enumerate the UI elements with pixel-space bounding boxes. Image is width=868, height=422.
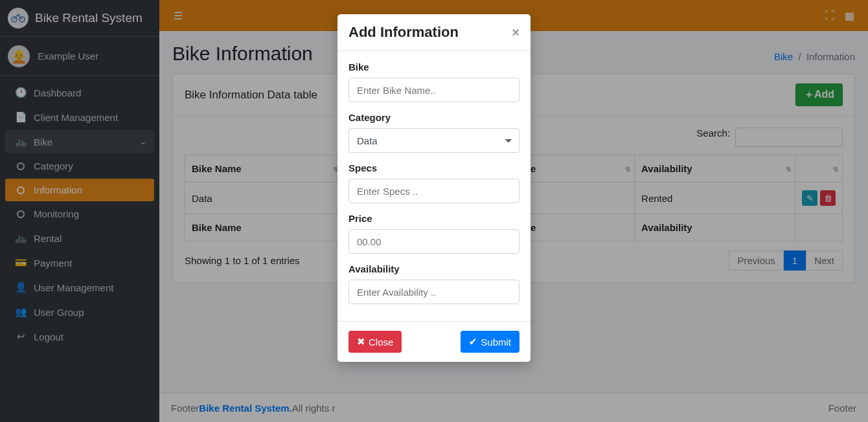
specs-input[interactable] bbox=[348, 179, 520, 203]
close-icon[interactable]: × bbox=[512, 25, 520, 40]
label-availability: Availability bbox=[348, 263, 520, 274]
close-button[interactable]: ✖Close bbox=[348, 331, 402, 353]
modal-footer: ✖Close ✔Submit bbox=[337, 321, 531, 362]
label-bike: Bike bbox=[348, 61, 520, 72]
submit-button[interactable]: ✔Submit bbox=[461, 331, 520, 353]
modal-title: Add Information bbox=[348, 24, 459, 41]
check-icon: ✔ bbox=[469, 336, 477, 348]
label-price: Price bbox=[348, 213, 520, 224]
label-category: Category bbox=[348, 112, 520, 123]
category-select[interactable]: Data bbox=[348, 128, 520, 153]
price-input[interactable] bbox=[348, 229, 520, 254]
bike-name-input[interactable] bbox=[348, 78, 520, 102]
label-specs: Specs bbox=[348, 162, 520, 173]
add-information-modal: Add Information × Bike Category Data Spe… bbox=[337, 14, 531, 362]
availability-input[interactable] bbox=[348, 280, 520, 304]
modal-header: Add Information × bbox=[337, 14, 531, 51]
x-icon: ✖ bbox=[357, 336, 365, 348]
